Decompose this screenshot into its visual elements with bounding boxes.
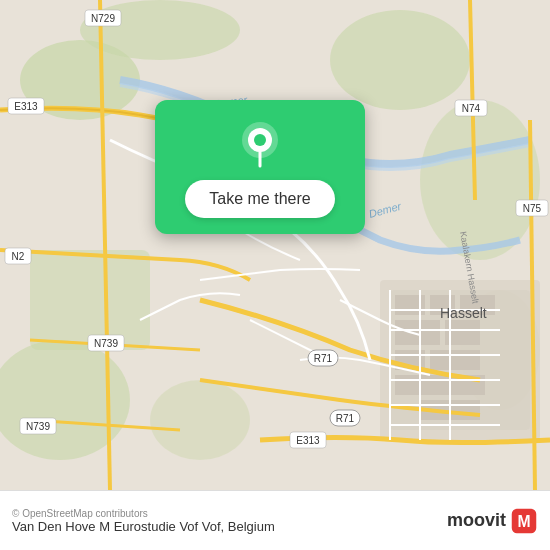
svg-text:Hasselt: Hasselt <box>440 305 487 321</box>
svg-point-46 <box>254 134 266 146</box>
footer: © OpenStreetMap contributors Van Den Hov… <box>0 490 550 550</box>
svg-text:N739: N739 <box>26 421 50 432</box>
map-container: N729 N74 N75 E313 N2 N739 N739 R71 R71 E… <box>0 0 550 490</box>
svg-point-2 <box>80 0 240 60</box>
footer-left: © OpenStreetMap contributors Van Den Hov… <box>12 508 275 534</box>
svg-text:N75: N75 <box>523 203 542 214</box>
svg-text:R71: R71 <box>314 353 333 364</box>
svg-point-4 <box>420 100 540 260</box>
moovit-logo: moovit M <box>447 507 538 535</box>
svg-text:E313: E313 <box>14 101 38 112</box>
moovit-logo-text: moovit <box>447 510 506 531</box>
location-name: Van Den Hove M Eurostudie Vof Vof, Belgi… <box>12 519 275 534</box>
svg-rect-17 <box>430 350 480 370</box>
svg-text:N729: N729 <box>91 13 115 24</box>
svg-rect-14 <box>395 320 440 345</box>
location-pin-icon <box>236 120 284 168</box>
svg-text:N739: N739 <box>94 338 118 349</box>
svg-point-3 <box>330 10 470 110</box>
svg-text:N2: N2 <box>12 251 25 262</box>
location-card: Take me there <box>155 100 365 234</box>
svg-text:R71: R71 <box>336 413 355 424</box>
moovit-icon: M <box>510 507 538 535</box>
take-me-there-button[interactable]: Take me there <box>185 180 334 218</box>
svg-text:M: M <box>517 513 530 530</box>
svg-text:E313: E313 <box>296 435 320 446</box>
map-background: N729 N74 N75 E313 N2 N739 N739 R71 R71 E… <box>0 0 550 490</box>
svg-text:N74: N74 <box>462 103 481 114</box>
attribution: © OpenStreetMap contributors <box>12 508 275 519</box>
svg-point-8 <box>150 380 250 460</box>
